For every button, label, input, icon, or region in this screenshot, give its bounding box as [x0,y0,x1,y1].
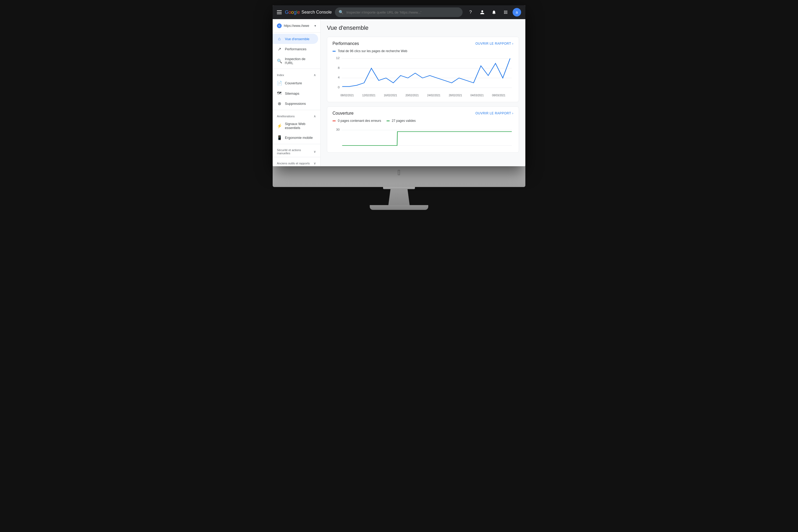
mobile-icon: 📱 [277,135,282,140]
property-url: https://www.//wwe [284,24,312,28]
mac-stand-base [370,205,428,210]
avatar[interactable]: a [513,8,521,17]
couverture-card: Couverture OUVRIR LE RAPPORT › 0 pages c… [327,107,519,153]
sidebar-item-label: Performances [285,47,306,51]
signaux-icon: ⚡ [277,124,282,129]
sidebar-item-inspection-url[interactable]: 🔍 Inspection de l'URL [273,54,318,68]
couverture-legend-valid: 27 pages valides [392,119,416,122]
sidebar-item-label: Vue d'ensemble [285,37,309,41]
property-selector[interactable]: C https://www.//wwe ▾ [273,21,320,30]
performances-card-header: Performances OUVRIR LE RAPPORT › [332,41,513,46]
console-text: Search Console [301,10,332,15]
ameliorations-section-label: Améliorations [277,115,295,118]
sidebar-item-vue-ensemble[interactable]: ⌂ Vue d'ensemble [273,34,318,44]
svg-text:8: 8 [338,66,340,69]
couverture-card-header: Couverture OUVRIR LE RAPPORT › [332,111,513,116]
sidebar-item-label: Ergonomie mobile [285,136,313,140]
mac-stand-neck [388,189,410,205]
sidebar-item-label: Suppressions [285,101,306,106]
couverture-chart: 30 [332,127,513,148]
accounts-icon[interactable] [477,7,487,17]
mac-stand-top [383,187,415,189]
content-area: Vue d'ensemble Performances OUVRIR LE RA… [321,19,525,166]
home-icon: ⌂ [277,36,282,41]
securite-chevron-icon: ∨ [314,150,316,153]
search-icon: 🔍 [339,10,344,15]
mac-back:  [273,166,525,187]
inspect-icon: 🔍 [277,58,282,63]
sidebar-item-label: Couverture [285,81,302,85]
chevron-right-icon: › [512,42,514,45]
help-icon[interactable]: ? [466,7,475,17]
index-section-header[interactable]: Index ∧ [273,70,320,78]
sidebar-item-label: Inspection de l'URL [285,57,314,65]
red-legend-dot [332,120,336,121]
ameliorations-chevron-icon: ∧ [314,114,316,118]
divider-4 [273,144,320,144]
green-legend-dot [386,120,390,121]
anciens-section-label: Anciens outils et rapports [277,162,310,165]
couverture-legend-errors: 0 pages contenant des erreurs [338,119,381,122]
search-bar[interactable]: 🔍 [335,7,462,17]
couverture-icon: 📄 [277,81,282,86]
sidebar-item-label: Signaux Web essentiels [285,122,314,130]
top-bar-actions: ? a [466,7,521,17]
couverture-open-report-link[interactable]: OUVRIR LE RAPPORT › [475,111,513,115]
svg-text:0: 0 [338,86,340,89]
sidebar-item-couverture[interactable]: 📄 Couverture [273,78,318,88]
sidebar-item-label: Sitemaps [285,92,299,95]
mac-display:  [273,166,525,210]
index-section-label: Index [277,73,284,77]
main-layout: C https://www.//wwe ▾ ⌂ Vue d'ensemble ↗… [273,19,525,166]
property-dropdown-icon: ▾ [315,24,316,28]
divider-3 [273,110,320,110]
couverture-card-title: Couverture [332,111,354,116]
svg-text:4: 4 [338,76,340,79]
page-title: Vue d'ensemble [327,24,519,32]
sidebar: C https://www.//wwe ▾ ⌂ Vue d'ensemble ↗… [273,19,321,166]
sidebar-item-signaux-web[interactable]: ⚡ Signaux Web essentiels [273,119,318,132]
app-window: Google Search Console 🔍 ? [273,5,525,166]
anciens-section-header[interactable]: Anciens outils et rapports ∨ [273,158,320,166]
property-icon: C [277,23,282,28]
sidebar-item-performances[interactable]: ↗ Performances [273,44,318,54]
notifications-icon[interactable] [489,7,499,17]
google-logo-text: Google [285,10,300,15]
performances-card: Performances OUVRIR LE RAPPORT › Total d… [327,37,519,102]
performances-chart: 12 8 4 0 [332,55,513,98]
performances-legend-text: Total de 96 clics sur les pages de reche… [338,49,407,53]
search-input[interactable] [346,11,459,14]
blue-legend-dot [332,51,336,52]
securite-section-header[interactable]: Sécurité et actions manuelles ∨ [273,145,320,156]
sidebar-item-ergonomie[interactable]: 📱 Ergonomie mobile [273,132,318,143]
couverture-chart-svg: 30 [332,127,513,148]
logo-area: Google Search Console [285,10,332,15]
performances-legend: Total de 96 clics sur les pages de reche… [332,49,513,53]
anciens-chevron-icon: ∨ [314,162,316,165]
performances-card-title: Performances [332,41,359,46]
securite-section-label: Sécurité et actions manuelles [277,148,314,155]
sidebar-item-sitemaps[interactable]: 🗺 Sitemaps [273,88,318,98]
performances-x-labels: 08/02/2021 12/02/2021 16/02/2021 20/02/2… [332,94,513,97]
sidebar-item-suppressions[interactable]: ⊗ Suppressions [273,98,318,109]
svg-text:12: 12 [336,57,340,60]
index-chevron-icon: ∧ [314,73,316,77]
suppressions-icon: ⊗ [277,101,282,106]
ameliorations-section-header[interactable]: Améliorations ∧ [273,111,320,119]
divider-2 [273,69,320,69]
top-bar: Google Search Console 🔍 ? [273,5,525,19]
hamburger-menu-icon[interactable] [277,11,282,14]
svg-text:30: 30 [336,128,339,131]
trending-icon: ↗ [277,46,282,52]
apple-logo-icon:  [398,168,400,177]
performances-open-report-link[interactable]: OUVRIR LE RAPPORT › [475,42,513,45]
couverture-legend: 0 pages contenant des erreurs 27 pages v… [332,119,513,125]
apps-icon[interactable] [501,7,510,17]
chevron-right-icon: › [512,111,514,115]
sitemaps-icon: 🗺 [277,91,282,96]
performances-chart-svg: 12 8 4 0 [332,55,513,92]
